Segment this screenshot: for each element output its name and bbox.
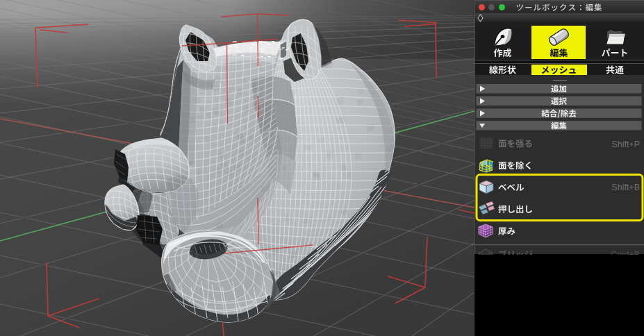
svg-text:Cmd+B: Cmd+B bbox=[611, 250, 640, 255]
svg-text:Shift+B: Shift+B bbox=[611, 183, 640, 192]
svg-text:Shift+P: Shift+P bbox=[611, 140, 640, 149]
